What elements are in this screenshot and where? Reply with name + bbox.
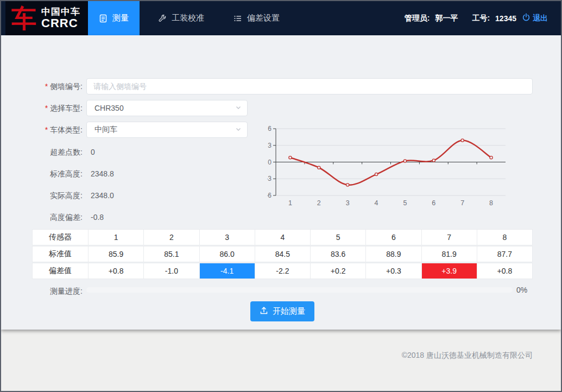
table-cell: +0.8 [477, 263, 532, 279]
crrc-logo: 车 中国中车 CRRC [5, 1, 88, 35]
sensor-table: 传感器12345678标准值85.985.186.084.583.688.981… [32, 229, 533, 280]
progress-percent: 0% [516, 286, 527, 294]
chevron-down-icon [235, 125, 242, 134]
height-deviation-label: 高度偏差: [17, 213, 83, 223]
sidewall-number-label: *侧墙编号: [17, 78, 83, 94]
tab-deviation-label: 偏差设置 [247, 13, 280, 23]
document-icon [99, 14, 108, 23]
height-deviation-value: -0.8 [91, 213, 104, 222]
actual-height-value: 2348.0 [91, 191, 114, 200]
tab-deviation-settings[interactable]: 偏差设置 [223, 1, 291, 35]
car-body-type-select[interactable]: 中间车 [86, 122, 248, 138]
tab-tooling-calibration[interactable]: 工装校准 [147, 1, 215, 35]
table-cell: +0.2 [310, 263, 365, 279]
progress-bar [86, 287, 513, 293]
car-body-type-value: 中间车 [94, 125, 117, 135]
worker-id-label: 工号: [472, 14, 490, 23]
admin-name: 郭一平 [435, 14, 458, 23]
table-cell: 3 [199, 230, 255, 245]
table-cell: 87.7 [477, 246, 532, 262]
svg-text:1: 1 [288, 199, 292, 207]
logo-name-cn: 中国中车 [41, 7, 80, 17]
wrench-icon [158, 14, 167, 23]
logo-name-en: CRRC [41, 17, 80, 29]
svg-text:0: 0 [268, 159, 271, 166]
table-cell: 2 [143, 230, 199, 245]
table-cell: 7 [421, 230, 477, 245]
measure-progress-label: 测量进度: [17, 287, 83, 296]
top-navbar: 车 中国中车 CRRC 测量 工装校准 [1, 1, 561, 35]
row-header-cell: 标准值 [33, 246, 88, 262]
power-icon [522, 13, 531, 23]
table-cell: 88.9 [365, 246, 421, 262]
deviation-line-chart: 630-3-612345678 [267, 124, 531, 213]
table-row: 传感器12345678 [32, 229, 533, 245]
svg-text:6: 6 [268, 125, 271, 132]
table-cell: 81.9 [421, 246, 477, 262]
svg-text:4: 4 [375, 199, 378, 207]
row-header-cell: 传感器 [33, 230, 88, 245]
list-icon [233, 14, 242, 23]
sidewall-number-input[interactable] [86, 78, 533, 94]
table-cell: -4.1 [199, 263, 255, 279]
table-cell: 83.6 [310, 246, 365, 262]
table-cell: -2.2 [255, 263, 310, 279]
table-cell: 1 [88, 230, 143, 245]
table-cell: 85.1 [143, 246, 199, 262]
table-cell: 5 [310, 230, 365, 245]
tab-tooling-label: 工装校准 [172, 13, 204, 23]
required-asterisk: * [45, 82, 48, 91]
main-content: *侧墙编号: *选择车型: CHR350 *车体类型: 中间车 超差点数: 0 … [1, 35, 561, 330]
worker-id: 12345 [495, 14, 516, 23]
logout-button[interactable]: 退出 [522, 13, 548, 23]
crrc-emblem-icon: 车 [11, 5, 37, 31]
table-cell: -1.0 [143, 263, 199, 279]
copyright-text: ©2018 唐山沃德基业机械制造有限公司 [402, 351, 533, 361]
table-cell: 6 [365, 230, 421, 245]
svg-text:7: 7 [460, 199, 464, 207]
nav-tabs: 测量 工装校准 偏差设置 [88, 1, 298, 35]
table-cell: 84.5 [255, 246, 310, 262]
table-row: 偏差值+0.8-1.0-4.1-2.2+0.2+0.3+3.9+0.8 [32, 263, 533, 279]
row-header-cell: 偏差值 [33, 263, 88, 279]
svg-text:2: 2 [317, 199, 321, 207]
train-model-value: CHR350 [94, 104, 124, 112]
tab-measure-label: 测量 [112, 13, 129, 23]
table-cell: 86.0 [199, 246, 255, 262]
table-cell: 85.9 [88, 246, 143, 262]
train-model-select[interactable]: CHR350 [86, 100, 248, 116]
upload-icon [260, 306, 268, 317]
table-row: 标准值85.985.186.084.583.688.981.987.7 [32, 246, 533, 262]
svg-text:3: 3 [268, 142, 271, 149]
start-measure-label: 开始测量 [273, 306, 305, 317]
logout-label: 退出 [533, 14, 548, 23]
svg-text:3: 3 [346, 199, 350, 207]
svg-text:-3: -3 [267, 175, 271, 182]
table-cell: 4 [255, 230, 310, 245]
required-asterisk: * [45, 104, 48, 112]
table-cell: +0.3 [365, 263, 421, 279]
svg-text:6: 6 [432, 199, 435, 207]
standard-height-value: 2348.8 [91, 169, 114, 178]
car-body-type-label: *车体类型: [17, 122, 83, 138]
tab-measure[interactable]: 测量 [88, 1, 140, 35]
chevron-down-icon [235, 104, 242, 112]
app-window: 车 中国中车 CRRC 测量 工装校准 [0, 0, 562, 392]
table-cell: +0.8 [88, 263, 143, 279]
table-cell: 8 [477, 230, 532, 245]
standard-height-label: 标准高度: [17, 169, 83, 179]
admin-role-label: 管理员: [405, 14, 430, 23]
required-asterisk: * [45, 125, 48, 134]
start-measure-button[interactable]: 开始测量 [250, 301, 314, 321]
table-cell: +3.9 [421, 263, 477, 279]
svg-text:-6: -6 [267, 192, 271, 199]
out-of-tolerance-label: 超差点数: [17, 148, 83, 157]
svg-text:5: 5 [403, 199, 407, 207]
train-model-label: *选择车型: [17, 100, 83, 116]
user-info-area: 管理员: 郭一平 工号: 12345 退出 [405, 1, 561, 35]
out-of-tolerance-value: 0 [91, 148, 95, 156]
actual-height-label: 实际高度: [17, 191, 83, 201]
svg-text:8: 8 [489, 199, 493, 207]
